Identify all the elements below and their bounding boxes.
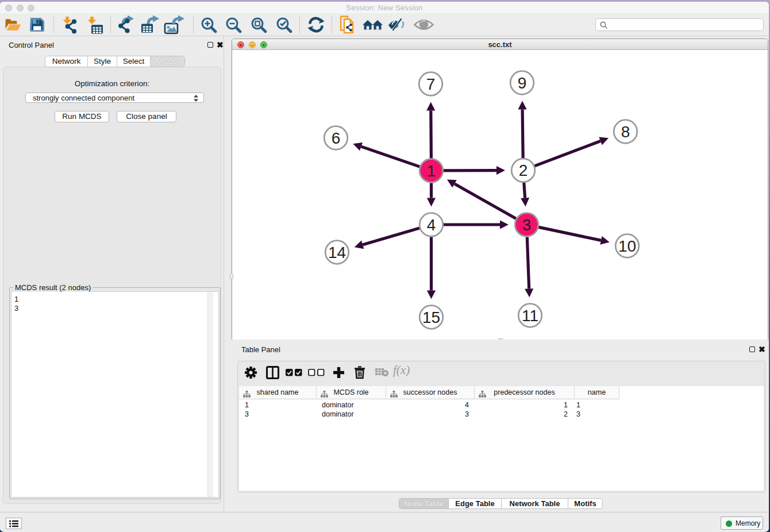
- svg-text:1: 1: [427, 162, 436, 180]
- svg-text:2: 2: [519, 161, 528, 179]
- svg-text:11: 11: [522, 307, 538, 325]
- svg-text:8: 8: [621, 123, 630, 141]
- svg-text:14: 14: [328, 244, 346, 261]
- svg-text:9: 9: [518, 74, 527, 92]
- svg-text:4: 4: [427, 216, 436, 234]
- svg-text:3: 3: [522, 216, 532, 234]
- svg-text:6: 6: [332, 129, 341, 147]
- svg-text:7: 7: [426, 75, 436, 93]
- svg-text:15: 15: [422, 309, 440, 326]
- svg-text:10: 10: [618, 237, 636, 255]
